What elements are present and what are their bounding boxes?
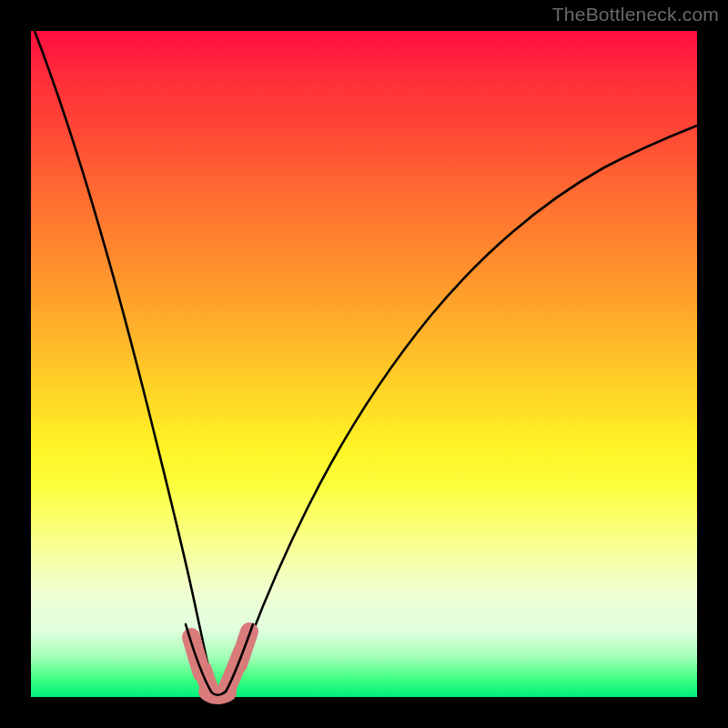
bottleneck-curve: [35, 31, 697, 695]
watermark-label: TheBottleneck.com: [552, 4, 719, 25]
chart-frame: TheBottleneck.com: [0, 0, 728, 728]
chart-overlay: [31, 31, 697, 697]
